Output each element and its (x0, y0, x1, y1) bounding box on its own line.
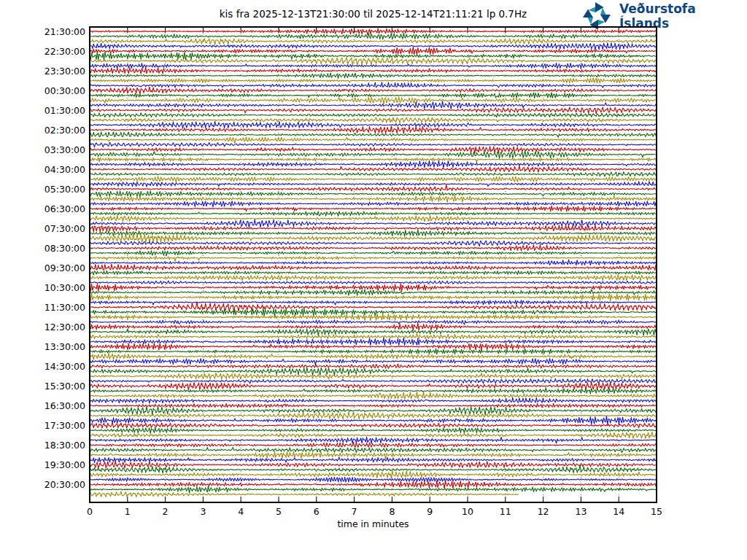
y-tick-label: 02:30:00 (0, 125, 85, 136)
y-tick-label: 13:30:00 (0, 341, 85, 352)
seismic-trace (90, 39, 656, 45)
seismic-trace (90, 289, 656, 296)
seismic-trace (90, 294, 656, 302)
seismic-trace (90, 142, 656, 147)
seismic-trace (90, 73, 656, 79)
seismic-trace (90, 403, 656, 408)
seismic-trace (90, 470, 656, 478)
y-tick-label: 19:30:00 (0, 459, 85, 470)
x-tick-label: 12 (538, 506, 549, 517)
seismic-trace (90, 271, 656, 275)
seismic-trace (90, 359, 656, 365)
seismic-trace (90, 461, 656, 468)
seismic-trace (90, 491, 519, 497)
seismic-trace (90, 117, 656, 123)
x-tick-label: 1 (125, 506, 131, 517)
seismic-trace (90, 172, 656, 176)
x-tick-label: 13 (575, 506, 587, 517)
seismic-trace (90, 107, 656, 114)
y-tick-label: 17:30:00 (0, 420, 85, 431)
seismic-trace (90, 47, 656, 55)
seismic-trace (90, 343, 656, 351)
seismic-trace (90, 182, 656, 187)
seismic-trace (90, 63, 656, 69)
seismic-trace (90, 281, 656, 284)
y-tick-label: 18:30:00 (0, 440, 85, 451)
seismic-trace (90, 323, 656, 330)
seismic-trace (90, 147, 656, 154)
y-tick-label: 10:30:00 (0, 282, 85, 293)
y-tick-label: 06:30:00 (0, 203, 85, 214)
x-tick-label: 4 (238, 506, 244, 517)
y-tick-label: 22:30:00 (0, 46, 85, 57)
y-tick-label: 20:30:00 (0, 479, 85, 490)
seismic-trace (90, 206, 656, 211)
seismic-trace (90, 437, 656, 443)
seismic-trace (90, 275, 656, 281)
seismic-trace (90, 158, 656, 163)
x-tick-label: 3 (200, 506, 206, 517)
x-tick-label: 11 (500, 506, 511, 517)
chart-title: kis fra 2025-12-13T21:30:00 til 2025-12-… (89, 8, 657, 20)
seismic-trace (90, 329, 656, 336)
seismic-trace (90, 121, 656, 128)
seismic-trace (90, 113, 656, 117)
y-tick-label: 04:30:00 (0, 164, 85, 175)
seismic-trace (90, 353, 656, 359)
seismic-trace (90, 151, 656, 159)
seismic-trace (90, 457, 656, 463)
seismic-trace (90, 308, 656, 316)
x-tick-label: 8 (389, 506, 395, 517)
seismic-trace (90, 397, 656, 403)
seismic-trace (90, 82, 656, 88)
seismic-trace (90, 132, 656, 137)
y-tick-label: 05:30:00 (0, 184, 85, 195)
y-tick-label: 23:30:00 (0, 66, 85, 77)
y-tick-label: 09:30:00 (0, 262, 85, 273)
y-tick-label: 14:30:00 (0, 361, 85, 372)
x-tick-label: 7 (352, 506, 357, 517)
seismic-trace (90, 87, 656, 94)
seismic-trace (90, 422, 656, 428)
y-tick-label: 00:30:00 (0, 85, 85, 96)
seismic-trace (90, 392, 656, 400)
seismic-trace (90, 201, 656, 207)
seismic-trace (90, 211, 656, 216)
seismic-trace (90, 68, 656, 74)
y-tick-label: 15:30:00 (0, 381, 85, 392)
y-tick-label: 07:30:00 (0, 223, 85, 234)
seismic-trace (90, 338, 656, 346)
y-tick-label: 11:30:00 (0, 302, 85, 313)
seismic-trace (90, 215, 656, 222)
seismic-trace (90, 166, 656, 173)
seismic-trace (90, 78, 656, 84)
seismic-trace (90, 412, 656, 420)
y-tick-label: 12:30:00 (0, 322, 85, 332)
seismic-trace (90, 373, 656, 380)
seismic-trace (90, 241, 656, 246)
x-tick-label: 6 (314, 506, 320, 517)
seismic-trace (90, 176, 656, 182)
seismic-trace (90, 195, 656, 203)
seismic-trace (90, 448, 656, 453)
seismic-trace (90, 320, 656, 324)
seismic-trace (90, 191, 656, 197)
x-tick-label: 14 (613, 506, 624, 517)
x-tick-label: 10 (462, 506, 473, 517)
seismic-trace (90, 126, 656, 133)
x-tick-label: 0 (87, 506, 93, 517)
y-tick-label: 03:30:00 (0, 144, 85, 155)
seismic-trace (90, 302, 656, 312)
seismic-trace (90, 137, 656, 144)
x-tick-label: 9 (427, 506, 433, 517)
seismic-trace (90, 230, 656, 236)
seismic-trace (90, 486, 656, 493)
seismic-trace (90, 225, 656, 232)
seismic-trace (90, 432, 656, 438)
logo-text-line1: Veðurstofa (619, 1, 696, 16)
seismogram-plot (89, 26, 657, 503)
seismic-trace (90, 256, 656, 261)
seismic-trace (90, 379, 656, 384)
y-tick-label: 16:30:00 (0, 400, 85, 411)
seismic-trace (90, 314, 656, 320)
